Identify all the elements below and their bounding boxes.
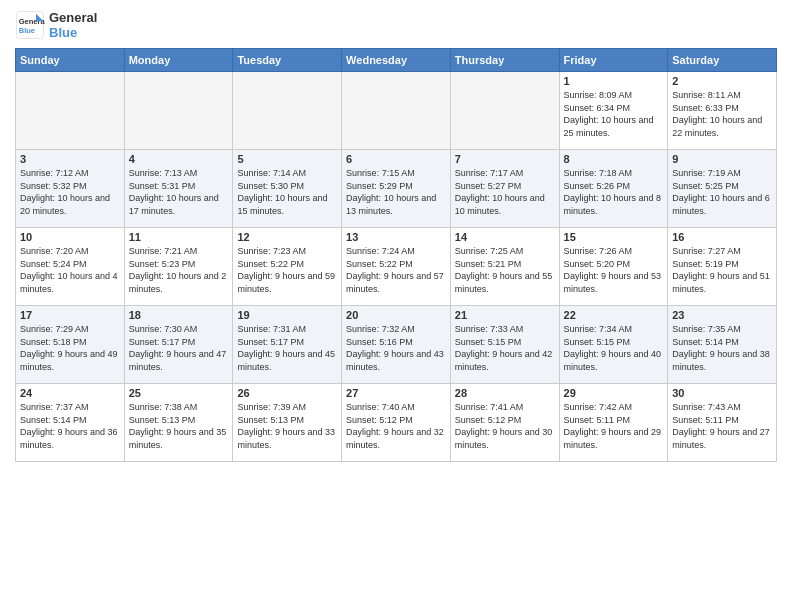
calendar-cell: 12Sunrise: 7:23 AMSunset: 5:22 PMDayligh… bbox=[233, 228, 342, 306]
day-info: Sunrise: 7:31 AMSunset: 5:17 PMDaylight:… bbox=[237, 323, 337, 373]
calendar-cell: 10Sunrise: 7:20 AMSunset: 5:24 PMDayligh… bbox=[16, 228, 125, 306]
calendar-cell: 7Sunrise: 7:17 AMSunset: 5:27 PMDaylight… bbox=[450, 150, 559, 228]
calendar-week-1: 1Sunrise: 8:09 AMSunset: 6:34 PMDaylight… bbox=[16, 72, 777, 150]
calendar-cell: 18Sunrise: 7:30 AMSunset: 5:17 PMDayligh… bbox=[124, 306, 233, 384]
day-number: 13 bbox=[346, 231, 446, 243]
day-number: 27 bbox=[346, 387, 446, 399]
day-info: Sunrise: 8:09 AMSunset: 6:34 PMDaylight:… bbox=[564, 89, 664, 139]
day-info: Sunrise: 7:33 AMSunset: 5:15 PMDaylight:… bbox=[455, 323, 555, 373]
calendar-cell bbox=[124, 72, 233, 150]
day-number: 17 bbox=[20, 309, 120, 321]
day-number: 2 bbox=[672, 75, 772, 87]
day-info: Sunrise: 7:43 AMSunset: 5:11 PMDaylight:… bbox=[672, 401, 772, 451]
calendar-cell: 14Sunrise: 7:25 AMSunset: 5:21 PMDayligh… bbox=[450, 228, 559, 306]
day-info: Sunrise: 7:14 AMSunset: 5:30 PMDaylight:… bbox=[237, 167, 337, 217]
col-header-tuesday: Tuesday bbox=[233, 49, 342, 72]
day-info: Sunrise: 7:29 AMSunset: 5:18 PMDaylight:… bbox=[20, 323, 120, 373]
day-info: Sunrise: 7:37 AMSunset: 5:14 PMDaylight:… bbox=[20, 401, 120, 451]
calendar-cell: 13Sunrise: 7:24 AMSunset: 5:22 PMDayligh… bbox=[342, 228, 451, 306]
day-number: 8 bbox=[564, 153, 664, 165]
calendar-table: SundayMondayTuesdayWednesdayThursdayFrid… bbox=[15, 48, 777, 462]
calendar-cell: 11Sunrise: 7:21 AMSunset: 5:23 PMDayligh… bbox=[124, 228, 233, 306]
day-info: Sunrise: 7:32 AMSunset: 5:16 PMDaylight:… bbox=[346, 323, 446, 373]
calendar-cell: 26Sunrise: 7:39 AMSunset: 5:13 PMDayligh… bbox=[233, 384, 342, 462]
day-info: Sunrise: 7:34 AMSunset: 5:15 PMDaylight:… bbox=[564, 323, 664, 373]
day-number: 16 bbox=[672, 231, 772, 243]
day-number: 22 bbox=[564, 309, 664, 321]
page-header: General Blue General Blue bbox=[15, 10, 777, 40]
calendar-cell: 16Sunrise: 7:27 AMSunset: 5:19 PMDayligh… bbox=[668, 228, 777, 306]
day-number: 11 bbox=[129, 231, 229, 243]
day-info: Sunrise: 7:35 AMSunset: 5:14 PMDaylight:… bbox=[672, 323, 772, 373]
day-info: Sunrise: 8:11 AMSunset: 6:33 PMDaylight:… bbox=[672, 89, 772, 139]
calendar-cell: 8Sunrise: 7:18 AMSunset: 5:26 PMDaylight… bbox=[559, 150, 668, 228]
calendar-cell bbox=[16, 72, 125, 150]
calendar-cell: 4Sunrise: 7:13 AMSunset: 5:31 PMDaylight… bbox=[124, 150, 233, 228]
calendar-week-5: 24Sunrise: 7:37 AMSunset: 5:14 PMDayligh… bbox=[16, 384, 777, 462]
day-info: Sunrise: 7:21 AMSunset: 5:23 PMDaylight:… bbox=[129, 245, 229, 295]
calendar-cell: 21Sunrise: 7:33 AMSunset: 5:15 PMDayligh… bbox=[450, 306, 559, 384]
day-info: Sunrise: 7:27 AMSunset: 5:19 PMDaylight:… bbox=[672, 245, 772, 295]
day-info: Sunrise: 7:19 AMSunset: 5:25 PMDaylight:… bbox=[672, 167, 772, 217]
day-number: 28 bbox=[455, 387, 555, 399]
logo: General Blue General Blue bbox=[15, 10, 97, 40]
calendar-cell: 28Sunrise: 7:41 AMSunset: 5:12 PMDayligh… bbox=[450, 384, 559, 462]
day-info: Sunrise: 7:18 AMSunset: 5:26 PMDaylight:… bbox=[564, 167, 664, 217]
calendar-cell: 17Sunrise: 7:29 AMSunset: 5:18 PMDayligh… bbox=[16, 306, 125, 384]
day-number: 29 bbox=[564, 387, 664, 399]
day-info: Sunrise: 7:20 AMSunset: 5:24 PMDaylight:… bbox=[20, 245, 120, 295]
calendar-week-4: 17Sunrise: 7:29 AMSunset: 5:18 PMDayligh… bbox=[16, 306, 777, 384]
col-header-monday: Monday bbox=[124, 49, 233, 72]
day-number: 21 bbox=[455, 309, 555, 321]
day-number: 14 bbox=[455, 231, 555, 243]
day-number: 18 bbox=[129, 309, 229, 321]
calendar-cell: 25Sunrise: 7:38 AMSunset: 5:13 PMDayligh… bbox=[124, 384, 233, 462]
day-info: Sunrise: 7:30 AMSunset: 5:17 PMDaylight:… bbox=[129, 323, 229, 373]
day-number: 20 bbox=[346, 309, 446, 321]
calendar-cell: 30Sunrise: 7:43 AMSunset: 5:11 PMDayligh… bbox=[668, 384, 777, 462]
calendar-week-3: 10Sunrise: 7:20 AMSunset: 5:24 PMDayligh… bbox=[16, 228, 777, 306]
col-header-saturday: Saturday bbox=[668, 49, 777, 72]
calendar-header-row: SundayMondayTuesdayWednesdayThursdayFrid… bbox=[16, 49, 777, 72]
calendar-cell: 5Sunrise: 7:14 AMSunset: 5:30 PMDaylight… bbox=[233, 150, 342, 228]
calendar-cell: 22Sunrise: 7:34 AMSunset: 5:15 PMDayligh… bbox=[559, 306, 668, 384]
day-number: 12 bbox=[237, 231, 337, 243]
col-header-friday: Friday bbox=[559, 49, 668, 72]
day-info: Sunrise: 7:40 AMSunset: 5:12 PMDaylight:… bbox=[346, 401, 446, 451]
col-header-thursday: Thursday bbox=[450, 49, 559, 72]
logo-icon: General Blue bbox=[15, 10, 45, 40]
day-info: Sunrise: 7:13 AMSunset: 5:31 PMDaylight:… bbox=[129, 167, 229, 217]
day-number: 4 bbox=[129, 153, 229, 165]
col-header-wednesday: Wednesday bbox=[342, 49, 451, 72]
day-number: 23 bbox=[672, 309, 772, 321]
day-number: 9 bbox=[672, 153, 772, 165]
calendar-cell bbox=[233, 72, 342, 150]
calendar-cell: 29Sunrise: 7:42 AMSunset: 5:11 PMDayligh… bbox=[559, 384, 668, 462]
day-info: Sunrise: 7:38 AMSunset: 5:13 PMDaylight:… bbox=[129, 401, 229, 451]
day-info: Sunrise: 7:17 AMSunset: 5:27 PMDaylight:… bbox=[455, 167, 555, 217]
calendar-week-2: 3Sunrise: 7:12 AMSunset: 5:32 PMDaylight… bbox=[16, 150, 777, 228]
day-number: 6 bbox=[346, 153, 446, 165]
day-number: 25 bbox=[129, 387, 229, 399]
day-number: 5 bbox=[237, 153, 337, 165]
day-number: 3 bbox=[20, 153, 120, 165]
day-info: Sunrise: 7:39 AMSunset: 5:13 PMDaylight:… bbox=[237, 401, 337, 451]
day-info: Sunrise: 7:26 AMSunset: 5:20 PMDaylight:… bbox=[564, 245, 664, 295]
day-info: Sunrise: 7:42 AMSunset: 5:11 PMDaylight:… bbox=[564, 401, 664, 451]
day-number: 26 bbox=[237, 387, 337, 399]
day-number: 19 bbox=[237, 309, 337, 321]
calendar-cell: 23Sunrise: 7:35 AMSunset: 5:14 PMDayligh… bbox=[668, 306, 777, 384]
calendar-cell: 9Sunrise: 7:19 AMSunset: 5:25 PMDaylight… bbox=[668, 150, 777, 228]
day-info: Sunrise: 7:41 AMSunset: 5:12 PMDaylight:… bbox=[455, 401, 555, 451]
calendar-cell: 3Sunrise: 7:12 AMSunset: 5:32 PMDaylight… bbox=[16, 150, 125, 228]
col-header-sunday: Sunday bbox=[16, 49, 125, 72]
calendar-cell: 6Sunrise: 7:15 AMSunset: 5:29 PMDaylight… bbox=[342, 150, 451, 228]
day-info: Sunrise: 7:12 AMSunset: 5:32 PMDaylight:… bbox=[20, 167, 120, 217]
day-number: 30 bbox=[672, 387, 772, 399]
day-info: Sunrise: 7:15 AMSunset: 5:29 PMDaylight:… bbox=[346, 167, 446, 217]
calendar-cell bbox=[342, 72, 451, 150]
svg-text:Blue: Blue bbox=[19, 26, 35, 35]
calendar-cell: 24Sunrise: 7:37 AMSunset: 5:14 PMDayligh… bbox=[16, 384, 125, 462]
day-number: 15 bbox=[564, 231, 664, 243]
calendar-cell: 1Sunrise: 8:09 AMSunset: 6:34 PMDaylight… bbox=[559, 72, 668, 150]
